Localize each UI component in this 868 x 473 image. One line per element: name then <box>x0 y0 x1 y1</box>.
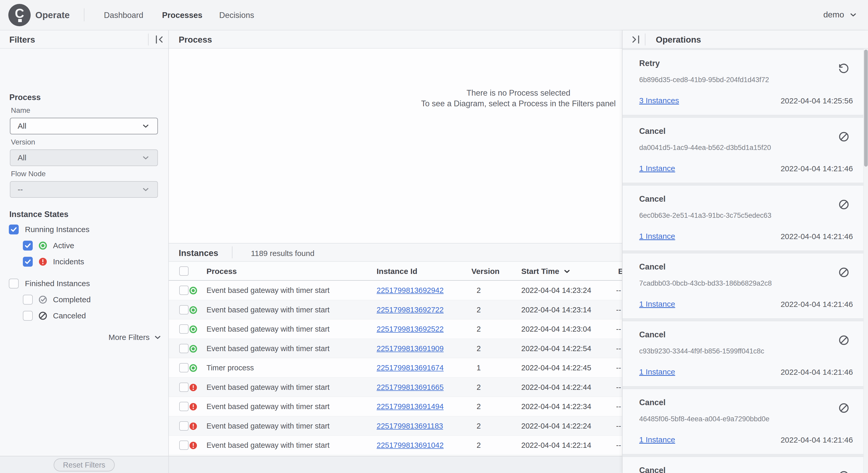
operation-instances-link[interactable]: 1 Instance <box>639 435 675 444</box>
instance-id-link[interactable]: 2251799813691909 <box>377 344 444 353</box>
active-icon <box>189 286 198 295</box>
row-checkbox[interactable] <box>179 363 189 373</box>
more-filters-button[interactable]: More Filters <box>108 333 162 342</box>
operation-type-label: Cancel <box>639 262 666 272</box>
incident-icon <box>189 402 198 411</box>
incident-icon <box>189 383 198 392</box>
operation-instances-link[interactable]: 3 Instances <box>639 96 679 105</box>
operations-scrollbar[interactable] <box>863 49 868 473</box>
filter-option-active[interactable]: Active <box>0 238 168 254</box>
process-name: Event based gateway with timer start <box>207 441 330 450</box>
canceled-icon <box>38 311 48 321</box>
column-process[interactable]: Process <box>207 267 237 276</box>
operation-entry: Retry 6b896d35-ced8-41b9-95bd-204fd1d43f… <box>623 50 863 115</box>
start-time-value: 2022-04-04 14:22:45 <box>521 363 591 372</box>
version-value: 2 <box>476 344 481 353</box>
operation-type-label: Cancel <box>639 398 666 407</box>
filter-option-incidents[interactable]: Incidents <box>0 254 168 270</box>
state-label: Canceled <box>53 312 86 320</box>
version-value: 2 <box>476 402 481 411</box>
operation-instances-link[interactable]: 1 Instance <box>639 300 675 308</box>
instance-id-link[interactable]: 2251799813691665 <box>377 383 444 391</box>
filter-option-completed[interactable]: Completed <box>0 292 168 308</box>
version-value: 2 <box>476 286 481 295</box>
version-label: Version <box>11 138 35 146</box>
checkbox[interactable] <box>9 225 19 234</box>
instance-id-link[interactable]: 2251799813691674 <box>377 363 444 372</box>
process-name: Event based gateway with timer start <box>207 325 330 333</box>
instance-id-link[interactable]: 2251799813691042 <box>377 441 444 449</box>
filter-option-running-instances[interactable]: Running Instances <box>0 221 168 238</box>
select-all-checkbox[interactable] <box>179 266 189 276</box>
filter-option-canceled[interactable]: Canceled <box>0 308 168 324</box>
operation-entry: Cancel 7cadbb03-0bcb-43cb-bd33-186b6829a… <box>623 253 863 319</box>
instance-id-link[interactable]: 2251799813691494 <box>377 402 444 411</box>
start-time-value: 2022-04-04 14:22:44 <box>521 383 591 392</box>
instance-id-link[interactable]: 2251799813692722 <box>377 306 444 314</box>
operation-timestamp: 2022-04-04 14:21:46 <box>780 368 853 377</box>
instance-id-link[interactable]: 2251799813692942 <box>377 286 444 294</box>
state-label: Completed <box>53 295 91 304</box>
cancel-icon <box>838 402 850 414</box>
app-title: Operate <box>35 10 70 20</box>
chevron-down-icon <box>153 333 162 342</box>
row-checkbox[interactable] <box>179 344 189 353</box>
operation-timestamp: 2022-04-04 14:21:46 <box>780 232 853 241</box>
row-checkbox[interactable] <box>179 383 189 392</box>
collapse-left-icon[interactable] <box>154 34 165 45</box>
row-checkbox[interactable] <box>179 402 189 411</box>
column-version[interactable]: Version <box>471 267 499 276</box>
nav-tab-decisions[interactable]: Decisions <box>219 11 254 20</box>
instance-id-link[interactable]: 2251799813691183 <box>377 422 443 430</box>
operation-entry: Cancel 6ec0b63e-2e51-41a3-91bc-3c75c5ede… <box>623 185 863 251</box>
checkbox[interactable] <box>23 311 33 321</box>
checkbox[interactable] <box>23 257 33 267</box>
nav-tab-processes[interactable]: Processes <box>162 11 202 20</box>
row-checkbox[interactable] <box>179 305 189 315</box>
check-icon <box>10 226 18 233</box>
column-instance-id[interactable]: Instance Id <box>377 267 417 276</box>
checkbox[interactable] <box>23 241 33 250</box>
header-divider <box>148 33 149 46</box>
cancel-icon <box>838 266 850 278</box>
retry-icon <box>838 63 850 75</box>
operation-type-label: Cancel <box>639 466 666 473</box>
check-icon <box>24 242 32 249</box>
chevron-down-icon <box>141 185 150 194</box>
end-time-value: -- <box>616 286 621 295</box>
expand-right-icon[interactable] <box>630 34 641 45</box>
version-value: 2 <box>476 306 481 314</box>
process-name-select[interactable]: All <box>10 118 158 135</box>
process-version-select: All <box>10 149 158 166</box>
row-checkbox[interactable] <box>179 421 189 431</box>
row-checkbox[interactable] <box>179 286 189 295</box>
instance-id-link[interactable]: 2251799813692522 <box>377 325 444 333</box>
operation-type-label: Retry <box>639 59 660 68</box>
operations-list: Retry 6b896d35-ced8-41b9-95bd-204fd1d43f… <box>623 49 863 473</box>
scrollbar-thumb[interactable] <box>864 50 868 167</box>
row-checkbox[interactable] <box>179 324 189 334</box>
checkbox[interactable] <box>23 295 33 304</box>
operation-entry: Cancel <box>623 456 863 473</box>
start-time-value: 2022-04-04 14:22:24 <box>521 422 591 431</box>
operation-id: c93b9230-3344-4f9f-b856-1599ff041c8c <box>639 347 764 355</box>
checkbox[interactable] <box>9 278 19 289</box>
instances-title: Instances <box>179 248 218 258</box>
flow-node-select: -- <box>10 181 158 198</box>
operation-timestamp: 2022-04-04 14:21:46 <box>780 164 853 173</box>
operation-id: 6b896d35-ced8-41b9-95bd-204fd1d43f72 <box>639 76 769 84</box>
operation-instances-link[interactable]: 1 Instance <box>639 164 675 173</box>
user-menu[interactable]: demo <box>823 10 858 20</box>
row-checkbox[interactable] <box>179 441 189 450</box>
filter-option-finished-instances[interactable]: Finished Instances <box>0 275 168 292</box>
process-name: Event based gateway with timer start <box>207 286 330 295</box>
process-name: Event based gateway with timer start <box>207 344 330 353</box>
column-start-time[interactable]: Start Time <box>521 267 571 276</box>
process-name: Event based gateway with timer start <box>207 383 330 392</box>
reset-filters-button[interactable]: Reset Filters <box>54 459 115 471</box>
state-label: Active <box>53 241 74 250</box>
nav-tab-dashboard[interactable]: Dashboard <box>104 11 143 20</box>
operation-instances-link[interactable]: 1 Instance <box>639 232 675 241</box>
operation-entry: Cancel da0041d5-1ac9-44ea-b562-d3b5d1a15… <box>623 117 863 183</box>
operation-instances-link[interactable]: 1 Instance <box>639 367 675 376</box>
